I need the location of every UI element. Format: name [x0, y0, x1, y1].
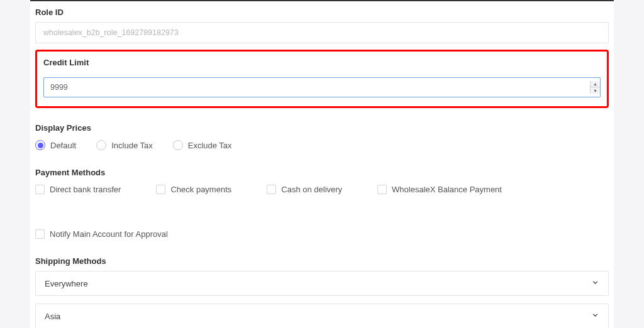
check-label: Check payments	[170, 185, 231, 194]
spinner-up-icon[interactable]: ▲	[591, 81, 600, 87]
check-bank-transfer[interactable]: Direct bank transfer	[35, 185, 121, 194]
spinner: ▲ ▼	[590, 81, 600, 94]
role-id-label: Role ID	[35, 8, 609, 22]
radio-include-tax[interactable]: Include Tax	[96, 140, 153, 150]
radio-icon	[35, 140, 45, 150]
payment-methods-section: Payment Methods Direct bank transfer Che…	[35, 161, 609, 239]
check-label: Direct bank transfer	[50, 185, 121, 194]
checkbox-icon	[35, 185, 45, 194]
shipping-methods-section: Shipping Methods Everywhere Asia	[35, 250, 609, 328]
check-balance[interactable]: WholesaleX Balance Payment	[377, 185, 502, 194]
shipping-select-asia[interactable]: Asia	[35, 303, 609, 328]
chevron-down-icon	[591, 311, 599, 321]
chevron-down-icon	[591, 278, 599, 288]
check-label: Cash on delivery	[281, 185, 342, 194]
select-label: Everywhere	[45, 279, 88, 288]
credit-limit-highlight: Credit Limit ▲ ▼	[35, 50, 609, 108]
role-id-section: Role ID	[35, 1, 609, 43]
select-label: Asia	[45, 312, 60, 321]
check-label: Notify Main Account for Approval	[50, 229, 168, 239]
shipping-methods-label: Shipping Methods	[35, 256, 609, 271]
credit-limit-label: Credit Limit	[43, 58, 601, 72]
radio-label: Exclude Tax	[188, 141, 232, 150]
credit-limit-input-wrap: ▲ ▼	[43, 77, 601, 97]
checkbox-icon	[377, 185, 387, 194]
radio-default[interactable]: Default	[35, 140, 76, 150]
checkbox-icon	[267, 185, 276, 194]
spinner-down-icon[interactable]: ▼	[591, 87, 600, 94]
radio-label: Include Tax	[111, 141, 153, 150]
shipping-select-everywhere[interactable]: Everywhere	[35, 271, 609, 296]
payment-methods-label: Payment Methods	[35, 168, 609, 182]
check-notify[interactable]: Notify Main Account for Approval	[35, 229, 168, 239]
display-prices-label: Display Prices	[35, 123, 609, 138]
display-prices-section: Display Prices Default Include Tax Exclu…	[35, 117, 609, 150]
radio-icon	[173, 140, 183, 150]
role-id-input[interactable]	[35, 22, 609, 43]
check-cod[interactable]: Cash on delivery	[267, 185, 342, 194]
radio-label: Default	[50, 141, 76, 150]
credit-limit-input[interactable]	[44, 78, 590, 97]
checkbox-icon	[35, 229, 45, 239]
checkbox-icon	[156, 185, 165, 194]
radio-icon	[96, 140, 106, 150]
radio-exclude-tax[interactable]: Exclude Tax	[173, 140, 232, 150]
check-label: WholesaleX Balance Payment	[392, 185, 502, 194]
check-check-payments[interactable]: Check payments	[156, 185, 231, 194]
